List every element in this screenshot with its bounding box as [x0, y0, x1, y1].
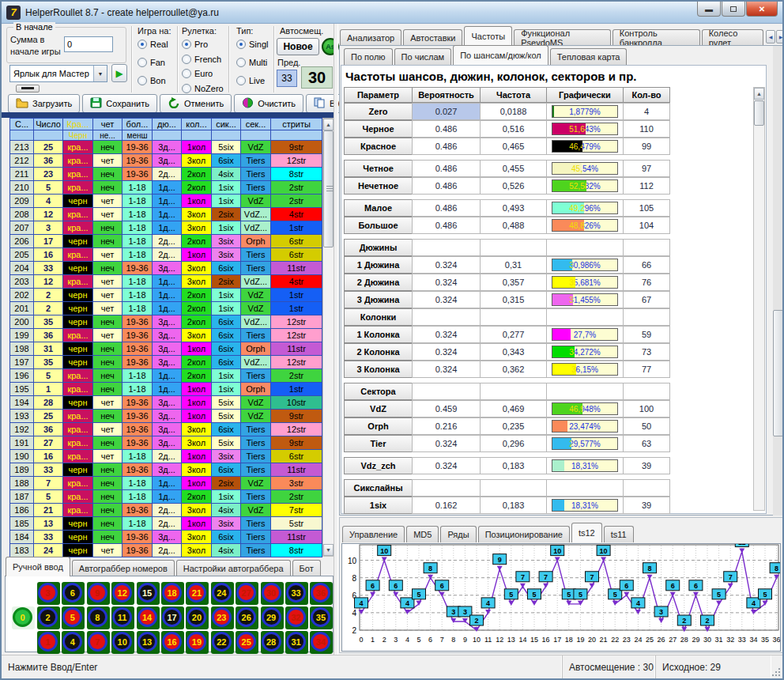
number-button-36[interactable]: 36 [310, 582, 333, 605]
radio-real[interactable]: Real [138, 40, 168, 49]
number-button-16[interactable]: 16 [161, 631, 184, 654]
history-row[interactable]: 2022чернчет1-181д...2кол1sixVdZ1str [10, 289, 322, 302]
history-row[interactable]: 1875кра...неч1-181д...2кол1sixTiers2str [10, 490, 322, 504]
tab-частоты[interactable]: Частоты [464, 26, 512, 46]
chart-tab-ts11[interactable]: ts11 [604, 526, 634, 542]
input-tab-настройки-автограббера[interactable]: Настройки автограббера [176, 560, 291, 576]
number-button-20[interactable]: 20 [186, 606, 209, 629]
chart-tab-позиционирование[interactable]: Позиционирование [478, 526, 570, 542]
history-scrollbar[interactable]: ▲ ▼ [322, 118, 334, 557]
number-button-15[interactable]: 15 [137, 582, 160, 605]
radio-french[interactable]: French [182, 55, 221, 64]
radio-nozero[interactable]: NoZero [182, 84, 224, 93]
history-row[interactable]: 19236кра...чет19-363д...3кол6sixTiers12s… [10, 423, 322, 436]
number-button-18[interactable]: 18 [161, 582, 184, 605]
number-button-14[interactable]: 14 [137, 606, 160, 629]
tab-функционал-psevdoms[interactable]: Функционал PsevdoMS [514, 29, 611, 46]
page-scrollbar[interactable] [773, 46, 784, 516]
title-bar[interactable]: 7 HelperRoullet 8.7 - create helperroull… [2, 2, 782, 24]
history-row[interactable]: 20812кра...чет1-181д...3кол2sixVdZ...4st… [10, 208, 322, 221]
radio-bon[interactable]: Bon [138, 76, 166, 85]
radio-multi[interactable]: Multi [236, 58, 267, 67]
history-row[interactable]: 2094чернчет1-181д...1кол1sixVdZ2str [10, 195, 322, 208]
clear-button[interactable]: Очистить [234, 94, 303, 113]
history-row[interactable]: 19831черннеч19-363д...1кол6sixOrph11str [10, 342, 322, 356]
number-button-22[interactable]: 22 [211, 631, 234, 654]
number-button-7[interactable]: 7 [87, 631, 110, 654]
preset-combobox[interactable]: Ярлык для Мастер ▼ [9, 65, 107, 82]
dash-button[interactable] [16, 85, 40, 93]
number-button-9[interactable]: 9 [87, 582, 110, 605]
number-button-23[interactable]: 23 [211, 606, 234, 629]
subtab-по-полю[interactable]: По полю [344, 48, 393, 65]
chart-tab-ts12[interactable]: ts12 [571, 523, 602, 542]
number-button-25[interactable]: 25 [236, 631, 258, 654]
radio-singl[interactable]: Singl [236, 40, 268, 49]
number-button-11[interactable]: 11 [111, 606, 134, 629]
history-row[interactable]: 1951кра...неч1-181д...1кол1sixOrph1str [10, 383, 322, 396]
history-row[interactable]: 19325кра...неч19-363д...1кол5sixVdZ9str [10, 410, 322, 423]
history-row[interactable]: 20035черннеч19-363д...2кол6sixVdZ...12st… [10, 315, 322, 329]
tab-анализатор[interactable]: Анализатор [340, 29, 401, 46]
scroll-down-icon[interactable]: ▼ [323, 544, 334, 556]
number-button-32[interactable]: 32 [285, 606, 308, 629]
number-button-8[interactable]: 8 [87, 606, 110, 629]
number-button-28[interactable]: 28 [261, 631, 284, 654]
history-row[interactable]: 1887кра...неч1-181д...1кол2sixVdZ3str [10, 477, 322, 490]
history-row[interactable]: 2012чернчет1-181д...2кол1sixVdZ1str [10, 302, 322, 315]
load-button[interactable]: Загрузить [8, 94, 80, 113]
number-button-34[interactable]: 34 [310, 631, 333, 654]
radio-fan[interactable]: Fan [138, 58, 165, 67]
number-button-5[interactable]: 5 [62, 606, 85, 629]
save-button[interactable]: Сохранить [82, 94, 157, 113]
maximize-button[interactable] [722, 2, 745, 17]
number-button-1[interactable]: 1 [37, 631, 60, 654]
number-button-0[interactable]: 0 [12, 606, 35, 629]
tab-колесо-рулет[interactable]: Колесо рулет [702, 29, 763, 46]
play-button[interactable]: ▶ [111, 64, 127, 82]
radio-pro[interactable]: Pro [182, 40, 208, 49]
history-row[interactable]: 1965кра...неч1-181д...2кол1sixTiers2str [10, 369, 322, 383]
tabs-scroll-right-icon[interactable]: ▶ [776, 30, 784, 43]
number-button-27[interactable]: 27 [236, 582, 258, 605]
chart-tab-ряды[interactable]: Ряды [440, 526, 476, 542]
number-button-3[interactable]: 3 [37, 582, 60, 605]
number-button-17[interactable]: 17 [161, 606, 184, 629]
number-button-6[interactable]: 6 [62, 582, 85, 605]
history-row[interactable]: 21236кра...чет19-363д...3кол6sixTiers12s… [10, 154, 322, 168]
subtab-тепловая-карта[interactable]: Тепловая карта [550, 48, 628, 65]
undo-button[interactable]: Отменить [160, 94, 232, 113]
number-button-33[interactable]: 33 [285, 582, 308, 605]
history-row[interactable]: 2105кра...неч1-181д...2кол1sixTiers2str [10, 181, 322, 195]
resize-grip[interactable] [771, 667, 781, 677]
history-scroll-thumb[interactable] [323, 130, 334, 247]
number-button-19[interactable]: 19 [186, 631, 209, 654]
history-row[interactable]: 19428чернчет19-363д...1кол5sixVdZ10str [10, 396, 322, 410]
number-button-21[interactable]: 21 [186, 582, 209, 605]
subtab-по-числам[interactable]: По числам [394, 48, 452, 65]
number-button-12[interactable]: 12 [111, 582, 134, 605]
history-row[interactable]: 20433черннеч19-363д...3кол6sixTiers11str [10, 262, 322, 275]
input-tab-бот[interactable]: Бот [292, 560, 321, 576]
number-button-10[interactable]: 10 [111, 631, 134, 654]
number-button-24[interactable]: 24 [211, 582, 234, 605]
freq-scroll-thumb[interactable] [754, 100, 764, 126]
freq-scrollbar[interactable]: ▲ [753, 87, 765, 511]
tab-автоставки[interactable]: Автоставки [403, 29, 462, 46]
number-button-2[interactable]: 2 [37, 606, 60, 629]
history-row[interactable]: 18621кра...неч19-362д...3кол4sixVdZ7str [10, 504, 322, 517]
close-button[interactable]: ✕ [746, 2, 778, 17]
history-row[interactable]: 18513черннеч1-182д...1кол3sixTiers5str [10, 517, 322, 531]
input-tab-автограббер-номеров[interactable]: Автограббер номеров [72, 560, 175, 576]
subtab-по-шансам-дюж-кол[interactable]: По шансам/дюж/кол [453, 45, 548, 65]
radio-live[interactable]: Live [236, 76, 265, 85]
input-tab-ручной-ввод[interactable]: Ручной ввод [6, 557, 70, 576]
history-row[interactable]: 18433черннеч19-363д...3кол6sixTiers11str [10, 531, 322, 544]
history-row[interactable]: 21325кра...неч19-363д...1кол5sixVdZ9str [10, 141, 322, 154]
minimize-button[interactable]: ▬ [697, 2, 721, 17]
number-button-35[interactable]: 35 [310, 606, 333, 629]
number-button-30[interactable]: 30 [261, 582, 284, 605]
history-row[interactable]: 19936кра...чет19-363д...3кол6sixTiers12s… [10, 329, 322, 342]
history-row[interactable]: 20617черннеч1-182д...2кол3sixOrph6str [10, 235, 322, 248]
history-row[interactable]: 20516кра...чет1-182д...1кол3sixTiers6str [10, 248, 322, 262]
